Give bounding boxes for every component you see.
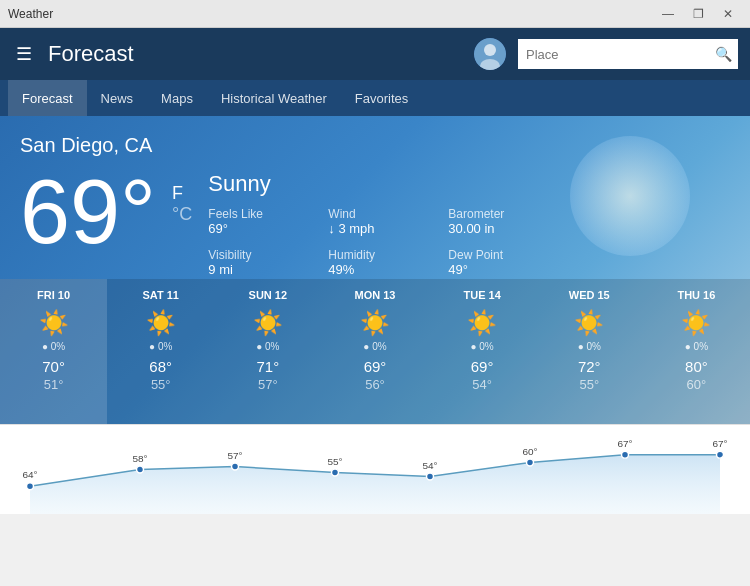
day-label: FRI 10 bbox=[37, 289, 70, 301]
unit-celsius[interactable]: °C bbox=[172, 204, 192, 225]
chart-point bbox=[527, 459, 534, 466]
chart-point bbox=[332, 469, 339, 476]
day-weather-icon: ☀️ bbox=[467, 309, 497, 337]
day-weather-icon: ☀️ bbox=[39, 309, 69, 337]
barometer-info: Barometer 30.00 in bbox=[448, 207, 568, 244]
chart-label: 60° bbox=[522, 446, 537, 457]
svg-point-1 bbox=[484, 44, 496, 56]
weather-condition: Sunny bbox=[208, 171, 568, 197]
day-precip: ● 0% bbox=[685, 341, 708, 352]
day-precip: ● 0% bbox=[363, 341, 386, 352]
forecast-day-2[interactable]: SUN 12 ☀️ ● 0% 71° 57° bbox=[214, 279, 321, 424]
feels-like-label: Feels Like 69° bbox=[208, 207, 328, 244]
forecast-day-3[interactable]: MON 13 ☀️ ● 0% 69° 56° bbox=[321, 279, 428, 424]
day-high: 72° bbox=[578, 358, 601, 375]
day-precip: ● 0% bbox=[256, 341, 279, 352]
day-label: TUE 14 bbox=[463, 289, 500, 301]
search-icon[interactable]: 🔍 bbox=[709, 46, 738, 62]
day-weather-icon: ☀️ bbox=[681, 309, 711, 337]
day-high: 70° bbox=[42, 358, 65, 375]
day-label: SAT 11 bbox=[142, 289, 178, 301]
forecast-day-5[interactable]: WED 15 ☀️ ● 0% 72° 55° bbox=[536, 279, 643, 424]
chart-label: 54° bbox=[422, 460, 437, 471]
nav-historical-weather[interactable]: Historical Weather bbox=[207, 80, 341, 116]
menu-icon[interactable]: ☰ bbox=[12, 39, 36, 69]
close-button[interactable]: ✕ bbox=[714, 0, 742, 28]
nav-news[interactable]: News bbox=[87, 80, 148, 116]
forecast-day-1[interactable]: SAT 11 ☀️ ● 0% 68° 55° bbox=[107, 279, 214, 424]
forecast-day-0[interactable]: FRI 10 ☀️ ● 0% 70° 51° bbox=[0, 279, 107, 424]
chart-point bbox=[427, 473, 434, 480]
temperature-chart: 64°58°57°55°54°60°67°67° bbox=[0, 424, 750, 514]
chart-label: 55° bbox=[327, 456, 342, 467]
day-low: 55° bbox=[151, 377, 171, 392]
chart-point bbox=[232, 463, 239, 470]
chart-label: 64° bbox=[22, 469, 37, 480]
unit-fahrenheit[interactable]: F bbox=[172, 183, 192, 204]
chart-label: 57° bbox=[227, 450, 242, 461]
nav-maps[interactable]: Maps bbox=[147, 80, 207, 116]
day-label: SUN 12 bbox=[249, 289, 288, 301]
day-label: MON 13 bbox=[355, 289, 396, 301]
detail-grid: Feels Like 69° Wind ↓ 3 mph Barometer 30… bbox=[208, 207, 568, 285]
sun-decoration bbox=[570, 136, 690, 256]
day-low: 57° bbox=[258, 377, 278, 392]
day-precip: ● 0% bbox=[149, 341, 172, 352]
search-bar: 🔍 bbox=[518, 39, 738, 69]
chart-label: 67° bbox=[712, 438, 727, 449]
search-input[interactable] bbox=[518, 47, 709, 62]
app-title-label: Weather bbox=[8, 7, 53, 21]
day-label: WED 15 bbox=[569, 289, 610, 301]
chart-point bbox=[137, 466, 144, 473]
day-precip: ● 0% bbox=[578, 341, 601, 352]
day-high: 69° bbox=[471, 358, 494, 375]
day-low: 54° bbox=[472, 377, 492, 392]
nav-favorites[interactable]: Favorites bbox=[341, 80, 422, 116]
nav-bar: Forecast News Maps Historical Weather Fa… bbox=[0, 80, 750, 116]
unit-toggle: F °C bbox=[172, 167, 192, 225]
day-high: 71° bbox=[257, 358, 280, 375]
day-weather-icon: ☀️ bbox=[146, 309, 176, 337]
maximize-button[interactable]: ❐ bbox=[684, 0, 712, 28]
wind-info: Wind ↓ 3 mph bbox=[328, 207, 448, 244]
avatar[interactable] bbox=[474, 38, 506, 70]
day-high: 80° bbox=[685, 358, 708, 375]
app-title: Forecast bbox=[48, 41, 462, 67]
day-low: 60° bbox=[687, 377, 707, 392]
forecast-day-6[interactable]: THU 16 ☀️ ● 0% 80° 60° bbox=[643, 279, 750, 424]
chart-point bbox=[27, 483, 34, 490]
current-temperature: 69° bbox=[20, 167, 156, 257]
day-low: 51° bbox=[44, 377, 64, 392]
day-low: 56° bbox=[365, 377, 385, 392]
weather-details: Sunny Feels Like 69° Wind ↓ 3 mph Barome… bbox=[208, 171, 568, 285]
forecast-strip: FRI 10 ☀️ ● 0% 70° 51° SAT 11 ☀️ ● 0% 68… bbox=[0, 279, 750, 424]
day-low: 55° bbox=[579, 377, 599, 392]
nav-forecast[interactable]: Forecast bbox=[8, 80, 87, 116]
chart-point bbox=[622, 451, 629, 458]
chart-label: 58° bbox=[132, 453, 147, 464]
chart-point bbox=[717, 451, 724, 458]
title-bar: Weather — ❐ ✕ bbox=[0, 0, 750, 28]
day-high: 69° bbox=[364, 358, 387, 375]
day-weather-icon: ☀️ bbox=[360, 309, 390, 337]
minimize-button[interactable]: — bbox=[654, 0, 682, 28]
day-precip: ● 0% bbox=[42, 341, 65, 352]
day-weather-icon: ☀️ bbox=[574, 309, 604, 337]
app-header: ☰ Forecast 🔍 bbox=[0, 28, 750, 80]
day-label: THU 16 bbox=[677, 289, 715, 301]
chart-label: 67° bbox=[617, 438, 632, 449]
forecast-day-4[interactable]: TUE 14 ☀️ ● 0% 69° 54° bbox=[429, 279, 536, 424]
day-high: 68° bbox=[149, 358, 172, 375]
day-weather-icon: ☀️ bbox=[253, 309, 283, 337]
weather-main: San Diego, CA 69° F °C Sunny Feels Like … bbox=[0, 116, 750, 424]
title-bar-controls: — ❐ ✕ bbox=[654, 0, 742, 28]
day-precip: ● 0% bbox=[470, 341, 493, 352]
